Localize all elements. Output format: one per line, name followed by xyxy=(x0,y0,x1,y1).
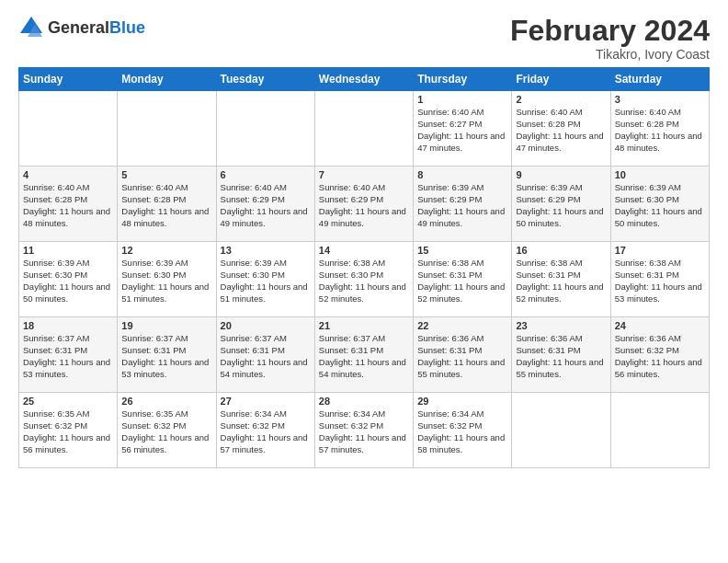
day-number: 3 xyxy=(615,94,705,105)
day-number: 24 xyxy=(615,320,705,331)
day-cell: 22Sunrise: 6:36 AM Sunset: 6:31 PM Dayli… xyxy=(414,317,512,393)
day-cell xyxy=(512,393,610,468)
day-number: 13 xyxy=(221,245,311,256)
day-cell: 21Sunrise: 6:37 AM Sunset: 6:31 PM Dayli… xyxy=(314,317,413,393)
day-cell: 15Sunrise: 6:38 AM Sunset: 6:31 PM Dayli… xyxy=(414,242,512,317)
logo-blue: Blue xyxy=(109,18,145,37)
day-number: 2 xyxy=(516,94,606,105)
day-number: 29 xyxy=(417,396,507,407)
day-cell xyxy=(19,91,118,167)
day-number: 17 xyxy=(615,245,705,256)
day-info: Sunrise: 6:39 AM Sunset: 6:30 PM Dayligh… xyxy=(23,258,113,304)
day-info: Sunrise: 6:37 AM Sunset: 6:31 PM Dayligh… xyxy=(121,333,211,380)
day-info: Sunrise: 6:40 AM Sunset: 6:28 PM Dayligh… xyxy=(615,107,705,154)
logo: GeneralBlue xyxy=(18,15,145,40)
week-row-0: 1Sunrise: 6:40 AM Sunset: 6:27 PM Daylig… xyxy=(19,91,710,167)
calendar-table: SundayMondayTuesdayWednesdayThursdayFrid… xyxy=(18,67,710,468)
day-cell: 16Sunrise: 6:38 AM Sunset: 6:31 PM Dayli… xyxy=(512,242,610,317)
day-cell: 26Sunrise: 6:35 AM Sunset: 6:32 PM Dayli… xyxy=(118,393,216,468)
day-cell: 6Sunrise: 6:40 AM Sunset: 6:29 PM Daylig… xyxy=(216,167,314,242)
logo-text: GeneralBlue xyxy=(48,18,145,38)
day-cell: 29Sunrise: 6:34 AM Sunset: 6:32 PM Dayli… xyxy=(414,393,512,468)
day-number: 8 xyxy=(417,169,507,180)
day-info: Sunrise: 6:38 AM Sunset: 6:31 PM Dayligh… xyxy=(417,258,507,304)
day-cell: 14Sunrise: 6:38 AM Sunset: 6:30 PM Dayli… xyxy=(314,242,413,317)
day-cell: 10Sunrise: 6:39 AM Sunset: 6:30 PM Dayli… xyxy=(610,167,709,242)
header-row: SundayMondayTuesdayWednesdayThursdayFrid… xyxy=(19,68,710,91)
day-info: Sunrise: 6:40 AM Sunset: 6:27 PM Dayligh… xyxy=(417,107,507,154)
week-row-3: 18Sunrise: 6:37 AM Sunset: 6:31 PM Dayli… xyxy=(19,317,710,393)
day-cell xyxy=(216,91,314,167)
day-info: Sunrise: 6:38 AM Sunset: 6:30 PM Dayligh… xyxy=(319,258,409,304)
day-info: Sunrise: 6:37 AM Sunset: 6:31 PM Dayligh… xyxy=(319,333,409,380)
title-block: February 2024 Tikakro, Ivory Coast xyxy=(510,15,710,62)
day-info: Sunrise: 6:39 AM Sunset: 6:29 PM Dayligh… xyxy=(516,182,606,229)
day-number: 7 xyxy=(319,169,409,180)
day-info: Sunrise: 6:39 AM Sunset: 6:29 PM Dayligh… xyxy=(417,182,507,229)
header-cell-thursday: Thursday xyxy=(414,68,512,91)
day-number: 5 xyxy=(121,169,211,180)
header-cell-saturday: Saturday xyxy=(610,68,709,91)
day-number: 27 xyxy=(221,396,311,407)
day-info: Sunrise: 6:37 AM Sunset: 6:31 PM Dayligh… xyxy=(23,333,113,380)
week-row-4: 25Sunrise: 6:35 AM Sunset: 6:32 PM Dayli… xyxy=(19,393,710,468)
day-info: Sunrise: 6:40 AM Sunset: 6:28 PM Dayligh… xyxy=(516,107,606,154)
day-number: 26 xyxy=(121,396,211,407)
header: GeneralBlue February 2024 Tikakro, Ivory… xyxy=(18,15,710,62)
day-info: Sunrise: 6:36 AM Sunset: 6:31 PM Dayligh… xyxy=(417,333,507,380)
day-number: 18 xyxy=(23,320,113,331)
day-info: Sunrise: 6:40 AM Sunset: 6:29 PM Dayligh… xyxy=(221,182,311,229)
day-number: 25 xyxy=(23,396,113,407)
day-info: Sunrise: 6:38 AM Sunset: 6:31 PM Dayligh… xyxy=(516,258,606,304)
day-number: 15 xyxy=(417,245,507,256)
day-cell xyxy=(118,91,216,167)
day-cell: 24Sunrise: 6:36 AM Sunset: 6:32 PM Dayli… xyxy=(610,317,709,393)
day-cell xyxy=(610,393,709,468)
day-cell: 1Sunrise: 6:40 AM Sunset: 6:27 PM Daylig… xyxy=(414,91,512,167)
day-cell: 9Sunrise: 6:39 AM Sunset: 6:29 PM Daylig… xyxy=(512,167,610,242)
day-number: 20 xyxy=(221,320,311,331)
day-info: Sunrise: 6:35 AM Sunset: 6:32 PM Dayligh… xyxy=(121,408,211,455)
page: GeneralBlue February 2024 Tikakro, Ivory… xyxy=(0,0,728,477)
week-row-2: 11Sunrise: 6:39 AM Sunset: 6:30 PM Dayli… xyxy=(19,242,710,317)
day-info: Sunrise: 6:34 AM Sunset: 6:32 PM Dayligh… xyxy=(319,408,409,455)
day-cell: 5Sunrise: 6:40 AM Sunset: 6:28 PM Daylig… xyxy=(118,167,216,242)
day-cell: 20Sunrise: 6:37 AM Sunset: 6:31 PM Dayli… xyxy=(216,317,314,393)
day-number: 11 xyxy=(23,245,113,256)
day-info: Sunrise: 6:39 AM Sunset: 6:30 PM Dayligh… xyxy=(121,258,211,304)
day-number: 28 xyxy=(319,396,409,407)
day-info: Sunrise: 6:36 AM Sunset: 6:31 PM Dayligh… xyxy=(516,333,606,380)
day-number: 9 xyxy=(516,169,606,180)
header-cell-tuesday: Tuesday xyxy=(216,68,314,91)
day-cell: 4Sunrise: 6:40 AM Sunset: 6:28 PM Daylig… xyxy=(19,167,118,242)
subtitle: Tikakro, Ivory Coast xyxy=(510,47,710,62)
day-info: Sunrise: 6:34 AM Sunset: 6:32 PM Dayligh… xyxy=(221,408,311,455)
day-cell: 2Sunrise: 6:40 AM Sunset: 6:28 PM Daylig… xyxy=(512,91,610,167)
day-number: 19 xyxy=(121,320,211,331)
day-info: Sunrise: 6:35 AM Sunset: 6:32 PM Dayligh… xyxy=(23,408,113,455)
main-title: February 2024 xyxy=(510,15,710,47)
day-cell: 17Sunrise: 6:38 AM Sunset: 6:31 PM Dayli… xyxy=(610,242,709,317)
day-info: Sunrise: 6:37 AM Sunset: 6:31 PM Dayligh… xyxy=(221,333,311,380)
day-cell: 23Sunrise: 6:36 AM Sunset: 6:31 PM Dayli… xyxy=(512,317,610,393)
day-cell: 25Sunrise: 6:35 AM Sunset: 6:32 PM Dayli… xyxy=(19,393,118,468)
day-cell: 28Sunrise: 6:34 AM Sunset: 6:32 PM Dayli… xyxy=(314,393,413,468)
header-cell-friday: Friday xyxy=(512,68,610,91)
logo-general: General xyxy=(48,18,109,37)
calendar-body: 1Sunrise: 6:40 AM Sunset: 6:27 PM Daylig… xyxy=(19,91,710,468)
day-cell: 11Sunrise: 6:39 AM Sunset: 6:30 PM Dayli… xyxy=(19,242,118,317)
day-cell: 8Sunrise: 6:39 AM Sunset: 6:29 PM Daylig… xyxy=(414,167,512,242)
day-info: Sunrise: 6:40 AM Sunset: 6:29 PM Dayligh… xyxy=(319,182,409,229)
calendar-header: SundayMondayTuesdayWednesdayThursdayFrid… xyxy=(19,68,710,91)
day-cell: 19Sunrise: 6:37 AM Sunset: 6:31 PM Dayli… xyxy=(118,317,216,393)
day-cell: 12Sunrise: 6:39 AM Sunset: 6:30 PM Dayli… xyxy=(118,242,216,317)
day-cell: 27Sunrise: 6:34 AM Sunset: 6:32 PM Dayli… xyxy=(216,393,314,468)
day-number: 1 xyxy=(417,94,507,105)
day-cell: 18Sunrise: 6:37 AM Sunset: 6:31 PM Dayli… xyxy=(19,317,118,393)
day-number: 6 xyxy=(221,169,311,180)
header-cell-monday: Monday xyxy=(118,68,216,91)
day-info: Sunrise: 6:39 AM Sunset: 6:30 PM Dayligh… xyxy=(221,258,311,304)
day-number: 16 xyxy=(516,245,606,256)
day-info: Sunrise: 6:40 AM Sunset: 6:28 PM Dayligh… xyxy=(121,182,211,229)
header-cell-sunday: Sunday xyxy=(19,68,118,91)
